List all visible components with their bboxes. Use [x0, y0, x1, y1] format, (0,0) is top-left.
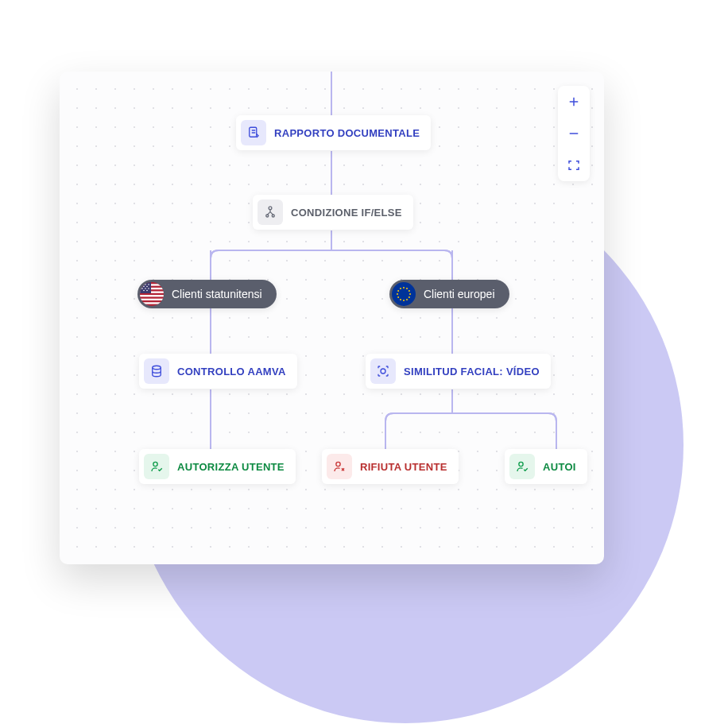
- svg-point-33: [397, 290, 399, 292]
- svg-point-19: [148, 288, 149, 289]
- svg-point-30: [400, 299, 401, 300]
- svg-rect-10: [140, 302, 164, 304]
- svg-point-27: [409, 296, 410, 298]
- svg-point-23: [403, 287, 405, 288]
- node-label: AUTORIZZA UTENTE: [177, 461, 285, 473]
- eu-flag-icon: [392, 282, 416, 306]
- svg-point-35: [153, 366, 161, 370]
- svg-point-25: [409, 290, 410, 292]
- svg-point-20: [143, 290, 145, 292]
- branching-icon: [258, 199, 283, 225]
- svg-point-17: [141, 288, 143, 289]
- branch-label: Clienti statunitensi: [172, 288, 262, 300]
- zoom-controls: [558, 86, 590, 181]
- svg-point-16: [146, 286, 148, 288]
- svg-point-1: [269, 207, 272, 210]
- node-facial-similarity[interactable]: SIMILITUD FACIAL: VÍDEO: [366, 354, 551, 389]
- face-scan-icon: [370, 358, 396, 384]
- database-icon: [144, 358, 169, 384]
- node-approve-user-eu[interactable]: AUTOI: [505, 449, 587, 484]
- svg-point-12: [141, 284, 143, 285]
- node-label: RIFIUTA UTENTE: [360, 461, 447, 473]
- branch-eu-customers[interactable]: Clienti europei: [389, 280, 509, 308]
- zoom-in-button[interactable]: [558, 86, 590, 118]
- svg-point-18: [145, 288, 146, 289]
- node-condition[interactable]: CONDIZIONE IF/ELSE: [253, 195, 413, 230]
- svg-point-32: [397, 293, 398, 295]
- svg-rect-8: [140, 295, 164, 296]
- zoom-out-button[interactable]: [558, 118, 590, 149]
- node-aamva-check[interactable]: CONTROLLO AAMVA: [139, 354, 297, 389]
- node-label: AUTOI: [543, 461, 576, 473]
- node-label: CONDIZIONE IF/ELSE: [291, 207, 402, 219]
- user-x-icon: [327, 454, 352, 479]
- svg-point-26: [409, 293, 411, 295]
- svg-point-31: [397, 296, 399, 298]
- workflow-canvas[interactable]: RAPPORTO DOCUMENTALE CONDIZIONE IF/ELSE …: [60, 72, 604, 564]
- node-document-report[interactable]: RAPPORTO DOCUMENTALE: [236, 115, 431, 150]
- svg-rect-9: [140, 299, 164, 300]
- svg-rect-22: [392, 282, 416, 306]
- svg-point-39: [519, 462, 523, 466]
- svg-point-13: [145, 284, 146, 285]
- svg-point-37: [153, 462, 157, 466]
- node-label: CONTROLLO AAMVA: [177, 366, 286, 378]
- svg-point-14: [148, 284, 149, 285]
- branch-us-customers[interactable]: Clienti statunitensi: [137, 280, 277, 308]
- svg-point-15: [143, 286, 145, 288]
- user-check-icon: [509, 454, 535, 479]
- svg-point-21: [146, 290, 148, 292]
- document-report-icon: [241, 120, 266, 145]
- node-approve-user-us[interactable]: AUTORIZZA UTENTE: [139, 449, 296, 484]
- svg-point-28: [406, 299, 408, 300]
- svg-point-38: [336, 462, 340, 466]
- branch-label: Clienti europei: [424, 288, 495, 300]
- svg-point-3: [272, 215, 274, 217]
- us-flag-icon: [140, 282, 164, 306]
- svg-point-29: [403, 300, 405, 301]
- user-check-icon: [144, 454, 169, 479]
- svg-point-2: [266, 215, 269, 217]
- svg-rect-0: [250, 127, 257, 137]
- fullscreen-button[interactable]: [558, 149, 590, 181]
- node-label: RAPPORTO DOCUMENTALE: [274, 127, 420, 139]
- svg-rect-11: [140, 282, 151, 293]
- svg-point-24: [406, 288, 408, 289]
- node-reject-user[interactable]: RIFIUTA UTENTE: [322, 449, 459, 484]
- svg-point-34: [400, 288, 401, 289]
- node-label: SIMILITUD FACIAL: VÍDEO: [404, 366, 540, 378]
- svg-point-36: [381, 369, 385, 374]
